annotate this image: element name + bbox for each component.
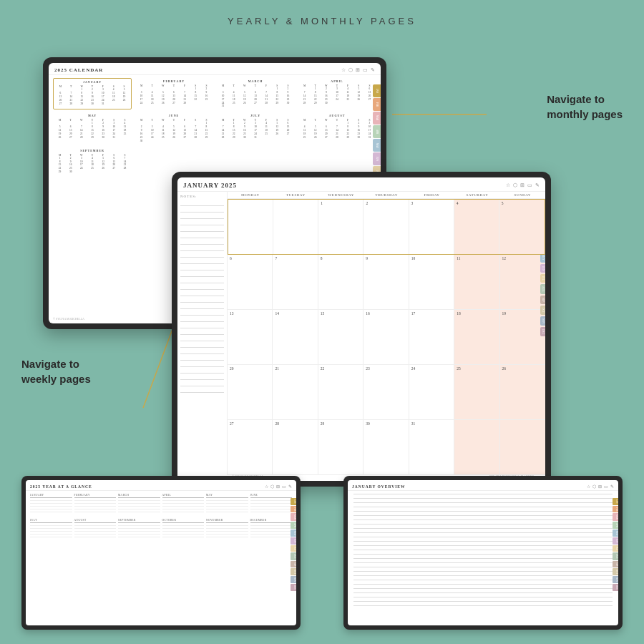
yg-tab-oct[interactable]: OCT [291, 568, 296, 575]
yg-tab-nov[interactable]: NOV [291, 576, 296, 584]
day-cell[interactable] [228, 200, 273, 254]
day-cell[interactable]: 27 [228, 420, 273, 474]
yg-tab-sep[interactable]: SEP [291, 561, 296, 567]
yg-feb[interactable]: FEBRUARY [74, 494, 117, 514]
grid-icon[interactable]: ⊞ [356, 67, 360, 73]
share-icon[interactable]: ⬡ [513, 182, 517, 188]
yg-may[interactable]: MAY [206, 494, 248, 514]
ov-tab-mar[interactable]: MAR [613, 513, 618, 521]
yg-aug[interactable]: AUGUST [74, 519, 117, 540]
day-cell-weekend[interactable] [454, 420, 499, 474]
front-tab-jul[interactable]: JUL [540, 274, 545, 283]
day-cell-weekend[interactable]: 5 [499, 200, 545, 254]
day-cell[interactable]: 14 [273, 310, 318, 364]
rect-icon[interactable]: ▭ [604, 484, 608, 489]
month-may[interactable]: MAY MTWTFSS 1234 567891011 1213141516171… [53, 112, 132, 144]
month-april[interactable]: APRIL MTWTFSS 123456 78910111213 1415161… [298, 78, 376, 109]
day-cell[interactable]: 15 [318, 310, 364, 364]
back-tab-may[interactable]: MAY [373, 139, 381, 152]
yg-apr[interactable]: APRIL [162, 494, 205, 514]
day-cell[interactable]: 7 [273, 255, 318, 309]
yg-nov[interactable]: NOVEMBER [206, 519, 248, 540]
yg-sep[interactable]: SEPTEMBER [118, 519, 160, 540]
day-cell[interactable]: 16 [364, 310, 409, 364]
ov-tab-feb[interactable]: FEB [613, 506, 618, 513]
day-cell[interactable]: 23 [364, 365, 409, 419]
day-cell-weekend[interactable]: 11 [454, 255, 499, 309]
grid-icon[interactable]: ⊞ [276, 484, 280, 489]
ov-tab-oct[interactable]: OCT [613, 568, 618, 575]
pencil-icon[interactable]: ✎ [288, 484, 292, 489]
day-cell[interactable]: 2 [364, 200, 409, 254]
ov-tab-jul[interactable]: JUL [613, 545, 618, 552]
day-cell[interactable]: 6 [228, 255, 273, 309]
day-cell-weekend[interactable]: 4 [454, 200, 499, 254]
yg-tab-aug[interactable]: AUG [291, 552, 296, 560]
front-tab-sep[interactable]: SEP [540, 296, 545, 304]
yg-oct[interactable]: OCTOBER [162, 519, 205, 540]
day-cell-weekend[interactable]: 12 [500, 255, 545, 309]
rect-icon[interactable]: ▭ [363, 67, 368, 73]
day-cell[interactable]: 9 [364, 255, 409, 309]
ov-tab-may[interactable]: MAY [613, 530, 618, 537]
share-icon[interactable]: ⬡ [592, 484, 596, 489]
back-tab-jun[interactable]: JUN [373, 152, 381, 165]
yg-tab-apr[interactable]: APR [291, 522, 296, 529]
rect-icon[interactable]: ▭ [527, 182, 532, 188]
yg-tab-jul[interactable]: JUL [291, 545, 296, 552]
month-march[interactable]: MARCH MTWTFSS 12 3456789 10111213141516 … [216, 78, 295, 109]
back-tab-jan[interactable]: JAN [373, 84, 381, 97]
front-tab-nov[interactable]: NOV [540, 316, 545, 326]
month-june[interactable]: JUNE MTWTFSS 1 2345678 9101112131415 161… [135, 112, 213, 144]
ov-tab-jan[interactable]: JAN [613, 498, 618, 505]
day-cell[interactable]: 3 [409, 200, 454, 254]
front-tab-aug[interactable]: AUG [540, 284, 545, 294]
star-icon[interactable]: ☆ [506, 182, 510, 188]
day-cell[interactable]: 21 [273, 365, 318, 419]
yg-tab-mar[interactable]: MAR [291, 513, 296, 521]
month-january[interactable]: JANUARY MTWTFSS 12345 6789101112 1314151… [53, 78, 132, 109]
day-cell[interactable]: 30 [364, 420, 409, 474]
star-icon[interactable]: ☆ [341, 67, 346, 73]
grid-icon[interactable]: ⊞ [520, 182, 525, 188]
yg-jun[interactable]: JUNE [250, 494, 293, 514]
day-cell[interactable]: 20 [228, 365, 273, 419]
star-icon[interactable]: ☆ [587, 484, 590, 489]
ov-tab-apr[interactable]: APR [613, 522, 618, 529]
day-cell[interactable]: 8 [318, 255, 364, 309]
day-cell[interactable] [273, 200, 318, 254]
back-tab-apr[interactable]: APR [373, 125, 381, 138]
yg-jul[interactable]: JULY [30, 519, 72, 540]
ov-tab-sep[interactable]: SEP [613, 561, 618, 567]
yg-tab-feb[interactable]: FEB [291, 506, 296, 513]
ov-tab-aug[interactable]: AUG [613, 552, 618, 560]
month-july[interactable]: JULY MTWTFSS 123456 78910111213 14151617… [216, 112, 295, 144]
yg-mar[interactable]: MARCH [118, 494, 160, 514]
day-cell[interactable]: 10 [409, 255, 454, 309]
ov-tab-dec[interactable]: DEC [613, 584, 618, 591]
pencil-icon[interactable]: ✎ [371, 67, 375, 73]
day-cell[interactable]: 17 [409, 310, 454, 364]
ov-tab-jun[interactable]: JUN [613, 537, 618, 545]
yg-dec[interactable]: DECEMBER [250, 519, 293, 540]
day-cell[interactable]: 1 [318, 200, 364, 254]
rect-icon[interactable]: ▭ [282, 484, 286, 489]
day-cell-weekend[interactable]: 18 [454, 310, 499, 364]
day-cell[interactable]: 28 [273, 420, 318, 474]
day-cell-weekend[interactable]: 19 [500, 310, 545, 364]
day-cell[interactable]: 13 [228, 310, 273, 364]
yg-tab-jan[interactable]: JAN [291, 498, 296, 505]
yg-tab-dec[interactable]: DEC [291, 584, 296, 591]
month-september[interactable]: SEPTEMBER MTWTFSS 1234567 891011121314 1… [53, 147, 132, 175]
back-tab-feb[interactable]: FEB [373, 98, 381, 111]
pencil-icon[interactable]: ✎ [610, 484, 614, 489]
yg-tab-may[interactable]: MAY [291, 530, 296, 537]
month-february[interactable]: FEBRUARY MTWTFSS 12 3456789 101112131415… [135, 78, 213, 109]
day-cell[interactable]: 29 [318, 420, 364, 474]
star-icon[interactable]: ☆ [265, 484, 268, 489]
share-icon[interactable]: ⬡ [348, 67, 353, 73]
day-cell[interactable]: 22 [318, 365, 364, 419]
share-icon[interactable]: ⬡ [270, 484, 274, 489]
yg-tab-jun[interactable]: JUN [291, 537, 296, 545]
front-tab-dec[interactable]: DEC [540, 327, 545, 336]
